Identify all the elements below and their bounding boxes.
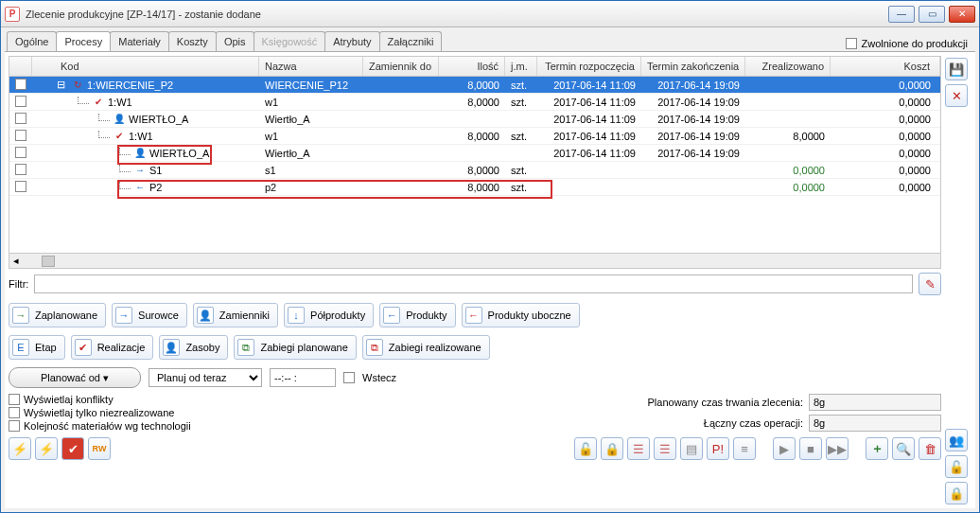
gantt1-button[interactable]: ☰ xyxy=(627,437,650,460)
cancel-button[interactable]: ✕ xyxy=(945,84,968,107)
col-nazwa[interactable]: Nazwa xyxy=(259,57,363,76)
maximize-button[interactable]: ▭ xyxy=(919,6,945,23)
tab-materialy[interactable]: Materiały xyxy=(110,31,169,51)
col-koszt[interactable]: Koszt xyxy=(831,57,940,76)
tab-zalaczniki[interactable]: Załączniki xyxy=(379,31,443,51)
plan-mode-combo[interactable]: Planuj od teraz xyxy=(149,368,262,387)
table-row[interactable]: ✔1:W1w18,0000szt.2017-06-14 11:092017-06… xyxy=(9,128,940,145)
warn-button[interactable]: P! xyxy=(707,437,729,460)
table-row[interactable]: →S1s18,0000szt.0,00000,0000 xyxy=(9,162,940,179)
col-jm[interactable]: j.m. xyxy=(505,57,537,76)
lock-open-button[interactable]: 🔓 xyxy=(574,437,597,460)
opt-kolejnosc-label: Kolejność materiałów wg technologii xyxy=(24,420,191,432)
opt-kolejnosc-checkbox[interactable] xyxy=(9,420,20,432)
arrL-icon: ← xyxy=(133,181,147,194)
bolt2-button[interactable]: ⚡ xyxy=(35,437,58,460)
table-row[interactable]: ←P2p28,0000szt.0,00000,0000 xyxy=(9,179,940,196)
tabstrip: Ogólne Procesy Materiały Koszty Opis Ksi… xyxy=(1,27,979,51)
side-lock2-button[interactable]: 🔒 xyxy=(945,482,968,504)
table-row[interactable]: ⊟↻1:WIERCENIE_P2WIERCENIE_P128,0000szt.2… xyxy=(9,77,940,94)
tab-opis[interactable]: Opis xyxy=(216,31,254,51)
minimize-button[interactable]: — xyxy=(888,6,915,23)
action-zabiegi realizowane[interactable]: ⧉Zabiegi realizowane xyxy=(362,335,490,360)
side-user-button[interactable]: 👥 xyxy=(945,429,968,451)
opt-konflikty-checkbox[interactable] xyxy=(9,394,20,405)
table-row[interactable]: 👤WIERTŁO_AWiertło_A2017-06-14 11:092017-… xyxy=(9,111,940,128)
action-label: Zabiegi planowane xyxy=(260,342,347,353)
row-nazwa: w1 xyxy=(259,97,363,108)
col-kod[interactable]: Kod xyxy=(32,57,259,76)
action-zasoby[interactable]: 👤Zasoby xyxy=(159,335,228,360)
row-nazwa: WIERCENIE_P12 xyxy=(259,80,363,91)
tab-atrybuty[interactable]: Atrybuty xyxy=(324,31,379,51)
add-button[interactable]: ＋ xyxy=(866,437,888,460)
side-lock1-button[interactable]: 🔓 xyxy=(945,455,968,478)
action-zabiegi planowane[interactable]: ⧉Zabiegi planowane xyxy=(234,335,356,360)
save-button[interactable]: 💾 xyxy=(945,58,968,80)
gantt2-button[interactable]: ☰ xyxy=(654,437,676,460)
opt-niezreal-checkbox[interactable] xyxy=(9,407,20,418)
row-end: 2017-06-14 19:09 xyxy=(641,131,745,142)
wstecz-checkbox[interactable] xyxy=(343,372,355,383)
col-zamiennik[interactable]: Zamiennik do xyxy=(363,57,439,76)
window-title: Zlecenie produkcyjne [ZP-14/17] - zostan… xyxy=(26,9,888,20)
row-checkbox[interactable] xyxy=(15,96,26,107)
tab-ogolne[interactable]: Ogólne xyxy=(7,31,57,51)
skip-button[interactable]: ▶▶ xyxy=(826,437,849,460)
table-row[interactable]: 👤WIERTŁO_AWiertło_A2017-06-14 11:092017-… xyxy=(9,145,940,162)
row-checkbox[interactable] xyxy=(15,79,26,90)
row-koszt: 0,0000 xyxy=(831,97,940,108)
action-zamienniki[interactable]: 👤Zamienniki xyxy=(193,303,278,327)
action-realizacje[interactable]: ✔Realizacje xyxy=(71,335,154,360)
rw-button[interactable]: RW xyxy=(88,437,111,460)
tab-procesy[interactable]: Procesy xyxy=(56,31,111,51)
bottom-delete-button[interactable]: 🗑 xyxy=(919,437,941,460)
tab-koszty[interactable]: Koszty xyxy=(168,31,217,51)
opt-konflikty-label: Wyświetlaj konflikty xyxy=(24,394,114,405)
filter-clear-button[interactable]: ✎ xyxy=(919,273,941,295)
stop-button[interactable]: ■ xyxy=(799,437,822,460)
process-grid: Kod Nazwa Zamiennik do Ilość j.m. Termin… xyxy=(9,56,941,269)
filter-input[interactable] xyxy=(34,274,913,293)
table-row[interactable]: ✔1:W1w18,0000szt.2017-06-14 11:092017-06… xyxy=(9,94,940,111)
row-checkbox[interactable] xyxy=(15,147,26,158)
row-ilosc: 8,0000 xyxy=(439,97,505,108)
action-półprodukty[interactable]: ↓Półprodukty xyxy=(284,303,374,327)
col-start[interactable]: Termin rozpoczęcia xyxy=(537,57,641,76)
action-surowce[interactable]: →Surowce xyxy=(112,303,187,327)
row-nazwa: Wiertło_A xyxy=(259,114,363,125)
action-icon: 👤 xyxy=(197,307,214,324)
row-checkbox[interactable] xyxy=(15,164,26,175)
row-koszt: 0,0000 xyxy=(831,80,940,91)
horizontal-scrollbar[interactable]: ◂ xyxy=(9,253,940,268)
play-button[interactable]: ▶ xyxy=(773,437,796,460)
bolt1-button[interactable]: ⚡ xyxy=(9,437,31,460)
plan-time-input[interactable] xyxy=(270,368,336,387)
col-end[interactable]: Termin zakończenia xyxy=(641,57,745,76)
bottom-edit-button[interactable]: 🔍 xyxy=(892,437,915,460)
bolt3-button[interactable]: ✔ xyxy=(61,437,84,460)
row-start: 2017-06-14 11:09 xyxy=(537,148,641,159)
row-checkbox[interactable] xyxy=(15,130,26,141)
close-button[interactable]: ✕ xyxy=(949,6,975,23)
row-koszt: 0,0000 xyxy=(831,131,940,142)
row-nazwa: w1 xyxy=(259,131,363,142)
row-end: 2017-06-14 19:09 xyxy=(641,97,745,108)
action-produkty uboczne[interactable]: ←Produkty uboczne xyxy=(462,303,580,327)
zwolnione-label: Zwolnione do produkcji xyxy=(861,38,968,49)
plan-from-button[interactable]: Planować od ▾ xyxy=(9,367,141,388)
col-ilosc[interactable]: Ilość xyxy=(439,57,505,76)
action-etap[interactable]: EEtap xyxy=(9,335,65,360)
checkred-icon: ✔ xyxy=(113,130,126,143)
action-zaplanowane[interactable]: →Zaplanowane xyxy=(9,303,106,327)
zwolnione-checkbox[interactable] xyxy=(846,38,857,49)
col-real[interactable]: Zrealizowano xyxy=(745,57,831,76)
action-produkty[interactable]: ←Produkty xyxy=(379,303,455,327)
lock-closed-button[interactable]: 🔒 xyxy=(601,437,623,460)
list-button[interactable]: ≡ xyxy=(733,437,756,460)
row-end: 2017-06-14 19:09 xyxy=(641,80,745,91)
sum1-value xyxy=(809,394,941,411)
row-checkbox[interactable] xyxy=(15,113,26,124)
row-checkbox[interactable] xyxy=(15,181,26,192)
report-button[interactable]: ▤ xyxy=(680,437,703,460)
